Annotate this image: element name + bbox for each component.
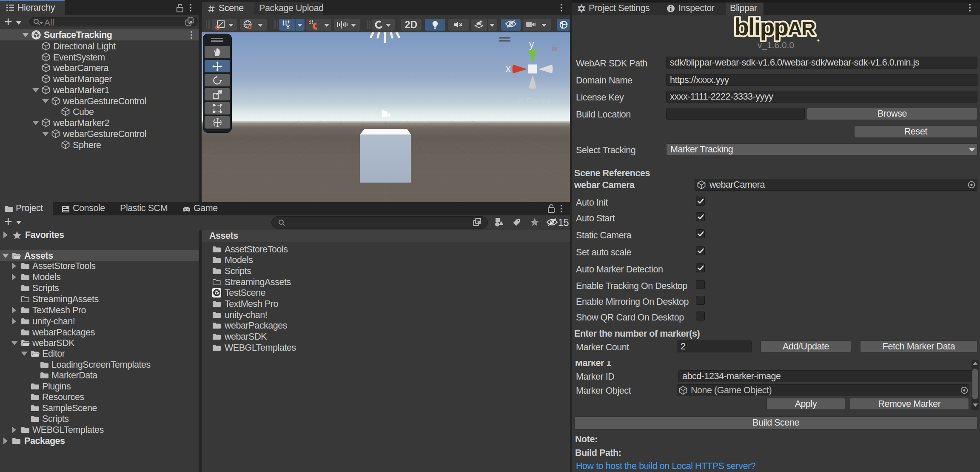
svg-text:y: y — [529, 39, 534, 50]
svg-text:< Front: < Front — [517, 96, 551, 108]
svg-text:x: x — [506, 63, 511, 74]
svg-text:blippAR: blippAR — [734, 13, 815, 40]
svg-text:Y: Y — [286, 23, 290, 30]
